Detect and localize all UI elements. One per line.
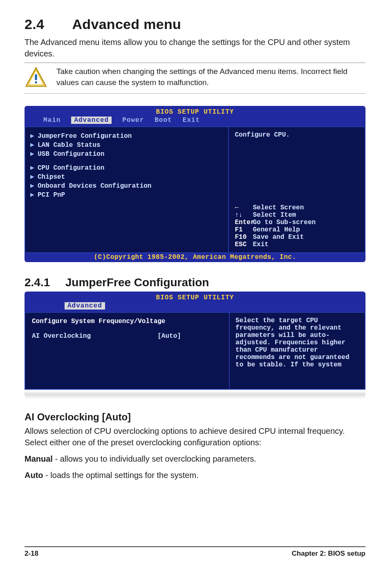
key-text: Go to Sub-screen bbox=[253, 219, 316, 226]
bios-title-bar: BIOS SETUP UTILITY bbox=[25, 292, 365, 302]
caution-text: Take caution when changing the settings … bbox=[56, 66, 365, 88]
tab-exit[interactable]: Exit bbox=[183, 117, 200, 124]
submenu-arrow-icon: ▶ bbox=[30, 182, 38, 190]
bios-title-bar: BIOS SETUP UTILITY bbox=[25, 106, 365, 117]
bios-menu-item[interactable]: ▶PCI PnP bbox=[30, 190, 222, 199]
tab-power[interactable]: Power bbox=[122, 117, 144, 124]
bios-menu-label: Chipset bbox=[38, 173, 65, 181]
section-number: 2.4.1 bbox=[25, 276, 62, 289]
bios-menu-item[interactable]: ▶CPU Configuration bbox=[30, 163, 222, 172]
key-text: General Help bbox=[253, 226, 300, 233]
page-title-number: 2.4 bbox=[25, 16, 69, 32]
option-label: Manual bbox=[25, 454, 53, 463]
bios-screenshot-2: BIOS SETUP UTILITY Advanced Configure Sy… bbox=[25, 292, 365, 390]
bios-menu-item[interactable]: ▶JumperFree Configuration bbox=[30, 131, 222, 140]
bios-menu-item[interactable]: ▶Chipset bbox=[30, 172, 222, 181]
submenu-arrow-icon: ▶ bbox=[30, 150, 38, 158]
option-text: - loads the optimal settings for the sys… bbox=[43, 471, 199, 480]
bios-menu-item[interactable]: ▶USB Configuration bbox=[30, 149, 222, 158]
key-label: F1 bbox=[235, 226, 253, 233]
bios-help-text: Select the target CPU frequency, and the… bbox=[235, 317, 359, 368]
bios-help-text: Configure CPU. bbox=[235, 131, 359, 139]
bios-field-value: [Auto] bbox=[157, 332, 181, 340]
bios-right-pane: Select the target CPU frequency, and the… bbox=[229, 312, 365, 390]
tab-advanced[interactable]: Advanced bbox=[65, 302, 105, 310]
ai-description: Allows selection of CPU overclocking opt… bbox=[25, 425, 365, 448]
bios-key-legend: ←Select Screen ↑↓Select Item EnterGo to … bbox=[235, 204, 359, 248]
ai-manual-line: Manual - allows you to individually set … bbox=[25, 453, 365, 465]
option-label: Auto bbox=[25, 471, 43, 480]
key-label: F10 bbox=[235, 233, 253, 241]
key-text: Exit bbox=[253, 241, 268, 248]
chapter-label: Chapter 2: BIOS setup bbox=[292, 550, 365, 558]
submenu-arrow-icon: ▶ bbox=[30, 173, 38, 181]
page-title-text: Advanced menu bbox=[72, 16, 182, 32]
key-icon-up-down: ↑↓ bbox=[235, 211, 253, 219]
caution-block: Take caution when changing the settings … bbox=[25, 63, 365, 93]
submenu-arrow-icon: ▶ bbox=[30, 132, 38, 140]
svg-rect-2 bbox=[35, 74, 37, 80]
bios-copyright: (C)Copyright 1985-2002, American Megatre… bbox=[25, 253, 365, 262]
bios-section-header: Configure System Frequency/Voltage bbox=[32, 317, 223, 325]
subheading: AI Overclocking [Auto] bbox=[25, 411, 365, 423]
bios-screenshot-1: BIOS SETUP UTILITY Main Advanced Power B… bbox=[25, 106, 365, 262]
svg-point-3 bbox=[35, 81, 37, 83]
bios-menu-item[interactable]: ▶LAN Cable Status bbox=[30, 140, 222, 149]
page-footer: 2-18 Chapter 2: BIOS setup bbox=[25, 546, 365, 574]
image-fade-cut bbox=[25, 391, 365, 399]
tab-main[interactable]: Main bbox=[43, 117, 61, 124]
bios-util-title: BIOS SETUP UTILITY bbox=[148, 108, 242, 116]
bios-field-label: AI Overclocking bbox=[32, 332, 91, 340]
key-text: Save and Exit bbox=[253, 233, 304, 241]
ai-auto-line: Auto - loads the optimal settings for th… bbox=[25, 469, 365, 481]
option-text: - allows you to individually set overclo… bbox=[53, 454, 256, 463]
key-text: Select Item bbox=[253, 211, 296, 219]
bios-tab-bar: Advanced bbox=[25, 302, 365, 312]
key-icon-left-right: ← bbox=[235, 204, 253, 211]
key-label: ESC bbox=[235, 241, 253, 248]
bios-menu-label: PCI PnP bbox=[38, 191, 65, 199]
bios-menu-label: LAN Cable Status bbox=[38, 141, 101, 149]
caution-icon bbox=[25, 66, 47, 89]
bios-menu-label: CPU Configuration bbox=[38, 164, 104, 172]
bios-tab-bar: Main Advanced Power Boot Exit bbox=[25, 117, 365, 126]
page-number: 2-18 bbox=[25, 550, 38, 558]
bios-util-title: BIOS SETUP UTILITY bbox=[148, 294, 242, 301]
key-text: Select Screen bbox=[253, 204, 304, 211]
bios-menu-label: JumperFree Configuration bbox=[38, 132, 132, 140]
key-label: Enter bbox=[235, 219, 253, 226]
divider bbox=[25, 93, 365, 94]
page-title: 2.4 Advanced menu bbox=[25, 16, 365, 32]
submenu-arrow-icon: ▶ bbox=[30, 164, 38, 172]
page-intro: The Advanced menu items allow you to cha… bbox=[25, 36, 365, 59]
bios-left-pane: Configure System Frequency/Voltage AI Ov… bbox=[25, 312, 229, 390]
bios-field-row[interactable]: AI Overclocking [Auto] bbox=[32, 325, 223, 340]
bios-menu-label: USB Configuration bbox=[38, 150, 104, 158]
bios-right-pane: Configure CPU. ←Select Screen ↑↓Select I… bbox=[228, 126, 365, 253]
bios-menu-label: Onboard Devices Configuration bbox=[38, 182, 151, 190]
submenu-arrow-icon: ▶ bbox=[30, 191, 38, 199]
section-title: JumperFree Configuration bbox=[65, 276, 209, 289]
bios-menu-item[interactable]: ▶Onboard Devices Configuration bbox=[30, 181, 222, 190]
tab-boot[interactable]: Boot bbox=[155, 117, 172, 124]
bios-left-pane: ▶JumperFree Configuration ▶LAN Cable Sta… bbox=[25, 126, 228, 253]
tab-advanced[interactable]: Advanced bbox=[71, 117, 112, 124]
submenu-arrow-icon: ▶ bbox=[30, 141, 38, 149]
section-heading: 2.4.1 JumperFree Configuration bbox=[25, 276, 365, 289]
